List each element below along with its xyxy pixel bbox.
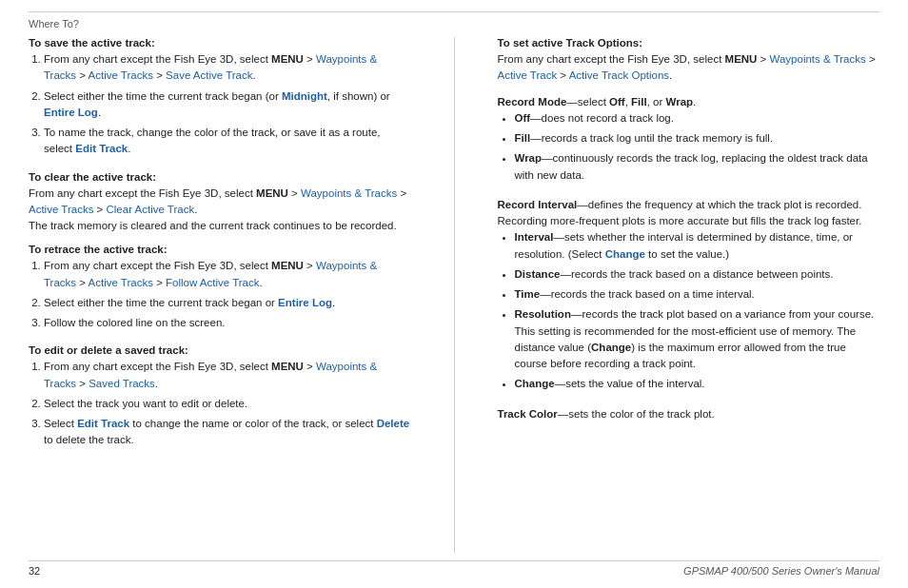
edit-delete-saved-track-list: From any chart except the Fish Eye 3D, s… (29, 359, 411, 448)
save-active-track-link: Save Active Track (166, 69, 252, 81)
list-item: From any chart except the Fish Eye 3D, s… (44, 51, 411, 85)
off-label: Off (609, 96, 625, 108)
fill-item-label: Fill (515, 132, 531, 144)
list-item: Wrap—continuously records the track log,… (515, 150, 880, 184)
clear-active-track-heading: To clear the active track: (29, 171, 411, 183)
record-mode-body: Record Mode—select Off, Fill, or Wrap. (498, 94, 880, 110)
list-item: Fill—records a track log until the track… (515, 130, 880, 147)
wrap-label: Wrap (666, 96, 694, 108)
change-paren-label: Change (591, 342, 631, 353)
menu-label: MENU (725, 53, 758, 65)
edit-track-link: Edit Track (75, 143, 128, 154)
footer-manual-title: GPSMAP 400/500 Series Owner's Manual (683, 565, 879, 577)
wrap-item-label: Wrap (515, 152, 543, 164)
record-mode-section: Record Mode—select Off, Fill, or Wrap. O… (498, 94, 880, 187)
footer: 32 GPSMAP 400/500 Series Owner's Manual (29, 561, 879, 577)
clear-active-track-body: From any chart except the Fish Eye 3D, s… (29, 186, 411, 235)
active-track-link: Active Track (498, 69, 558, 81)
list-item: Distance—records the track based on a di… (515, 266, 880, 283)
footer-page-number: 32 (29, 565, 40, 577)
list-item: Select either the time the current track… (44, 88, 411, 122)
record-interval-list: Interval—sets whether the interval is de… (498, 229, 880, 392)
record-interval-body: Record Interval—defines the frequency at… (498, 197, 880, 230)
set-active-track-options-heading: To set active Track Options: (498, 37, 880, 49)
save-active-track-list: From any chart except the Fish Eye 3D, s… (29, 51, 411, 158)
record-interval-label: Record Interval (498, 199, 578, 210)
active-tracks-link: Active Tracks (29, 204, 93, 215)
off-item-label: Off (515, 112, 531, 124)
follow-active-track-link: Follow Active Track (166, 277, 259, 288)
list-item: To name the track, change the color of t… (44, 125, 411, 158)
active-tracks-link: Active Tracks (89, 69, 153, 81)
list-item: Follow the colored line on the screen. (44, 315, 411, 331)
active-track-options-link: Active Track Options (569, 69, 669, 81)
list-item: Resolution—records the track plot based … (515, 306, 880, 372)
menu-label: MENU (256, 187, 288, 199)
menu-label: MENU (271, 361, 304, 372)
set-active-track-options-body: From any chart except the Fish Eye 3D, s… (498, 51, 880, 85)
retrace-active-track-heading: To retrace the active track: (29, 244, 411, 255)
edit-delete-saved-track-heading: To edit or delete a saved track: (29, 344, 411, 356)
set-active-track-options-section: To set active Track Options: From any ch… (498, 37, 880, 85)
track-color-section: Track Color—sets the color of the track … (498, 406, 880, 422)
delete-link: Delete (377, 418, 410, 429)
save-active-track-section: To save the active track: From any chart… (29, 37, 411, 162)
top-rule (29, 11, 879, 12)
time-label: Time (515, 288, 541, 300)
page-container: Where To? To save the active track: From… (0, 0, 908, 588)
list-item: Interval—sets whether the interval is de… (515, 229, 880, 263)
waypoints-tracks-link: Waypoints & Tracks (770, 53, 866, 65)
saved-tracks-link: Saved Tracks (89, 378, 155, 389)
right-column: To set active Track Options: From any ch… (498, 37, 880, 553)
list-item: Time—records the track based on a time i… (515, 286, 880, 303)
left-column: To save the active track: From any chart… (29, 37, 411, 553)
waypoints-tracks-link: Waypoints & Tracks (301, 187, 397, 199)
retrace-active-track-list: From any chart except the Fish Eye 3D, s… (29, 258, 411, 331)
distance-label: Distance (515, 268, 561, 280)
content-columns: To save the active track: From any chart… (29, 37, 879, 553)
fill-label: Fill (631, 96, 647, 108)
list-item: From any chart except the Fish Eye 3D, s… (44, 359, 411, 392)
menu-label: MENU (271, 260, 304, 271)
edit-track-link: Edit Track (77, 418, 129, 429)
edit-delete-saved-track-section: To edit or delete a saved track: From an… (29, 344, 411, 452)
change-link: Change (605, 248, 645, 260)
clear-active-track-link: Clear Active Track (107, 204, 195, 215)
midnight-link: Midnight (282, 90, 327, 102)
resolution-label: Resolution (515, 308, 571, 320)
list-item: Select Edit Track to change the name or … (44, 416, 411, 449)
active-tracks-link: Active Tracks (89, 277, 153, 288)
list-item: Off—does not record a track log. (515, 110, 880, 127)
list-item: From any chart except the Fish Eye 3D, s… (44, 258, 411, 291)
record-mode-list: Off—does not record a track log. Fill—re… (498, 110, 880, 184)
menu-label: MENU (271, 53, 304, 65)
save-active-track-heading: To save the active track: (29, 37, 411, 49)
page-title: Where To? (29, 18, 879, 29)
list-item: Change—sets the value of the interval. (515, 376, 880, 392)
column-divider (454, 37, 455, 553)
clear-active-track-section: To clear the active track: From any char… (29, 171, 411, 235)
list-item: Select either the time the current track… (44, 295, 411, 311)
entire-log-link: Entire Log (44, 107, 98, 118)
track-color-label: Track Color (498, 408, 558, 420)
interval-label: Interval (515, 231, 554, 243)
record-interval-section: Record Interval—defines the frequency at… (498, 197, 880, 397)
list-item: Select the track you want to edit or del… (44, 396, 411, 412)
record-mode-label: Record Mode (498, 96, 567, 108)
track-color-body: Track Color—sets the color of the track … (498, 406, 880, 422)
entire-log-link: Entire Log (278, 297, 332, 308)
retrace-active-track-section: To retrace the active track: From any ch… (29, 244, 411, 335)
change-label: Change (515, 378, 555, 389)
